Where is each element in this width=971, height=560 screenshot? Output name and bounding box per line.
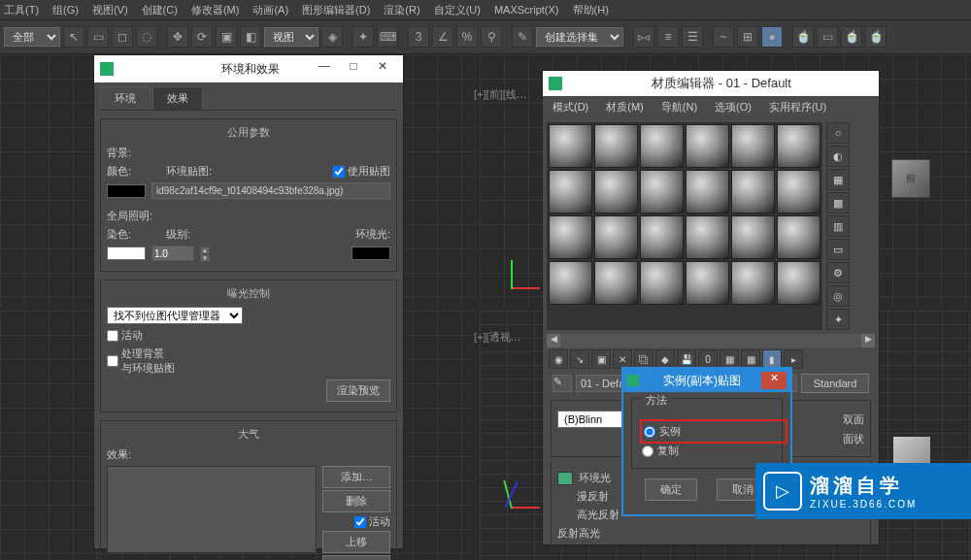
add-effect-button[interactable]: 添加… — [322, 466, 390, 488]
env-titlebar[interactable]: 环境和效果 — □ ✕ — [94, 55, 403, 82]
video-check-icon[interactable]: ▥ — [826, 215, 850, 237]
menu-help[interactable]: 帮助(H) — [573, 3, 609, 17]
schematic-icon[interactable]: ⊞ — [737, 26, 758, 48]
tab-environment[interactable]: 环境 — [100, 86, 151, 110]
slots-hscroll[interactable]: ◀▶ — [547, 334, 875, 347]
exposure-active-checkbox[interactable]: 活动 — [107, 328, 143, 343]
layers-icon[interactable]: ☰ — [682, 26, 703, 48]
copy-radio[interactable]: 复制 — [642, 444, 772, 458]
viewport-label-perspective[interactable]: [+][透视… — [474, 330, 521, 345]
material-slot[interactable] — [731, 124, 775, 168]
material-slot[interactable] — [640, 261, 684, 305]
selection-filter-select[interactable]: 全部 — [4, 27, 60, 47]
ref-coord-icon[interactable]: ◧ — [240, 26, 261, 48]
named-set-select[interactable]: 创建选择集 — [536, 27, 623, 47]
move-down-button[interactable]: 下移 — [322, 555, 390, 560]
mat-menu-nav[interactable]: 导航(N) — [661, 100, 697, 115]
material-slot[interactable] — [594, 215, 638, 259]
material-slot[interactable] — [549, 124, 592, 168]
envmap-button[interactable]: id98c2af14cf9e_t01408494c93bfe328a.jpg) — [151, 182, 390, 199]
tab-effects[interactable]: 效果 — [152, 86, 203, 110]
mat-map-nav-icon[interactable]: ✦ — [826, 309, 850, 330]
go-parent-icon[interactable]: ▮ — [762, 349, 782, 369]
mirror-icon[interactable]: ▹◃ — [633, 26, 654, 48]
menu-maxscript[interactable]: MAXScript(X) — [494, 4, 559, 16]
close-button[interactable]: ✕ — [761, 372, 787, 389]
rotate-icon[interactable]: ⟳ — [191, 26, 213, 48]
get-material-icon[interactable]: ◉ — [549, 349, 568, 369]
faceted-checkbox[interactable]: 面状 — [843, 432, 864, 446]
align-icon[interactable]: ≡ — [657, 26, 679, 48]
put-library-icon[interactable]: 💾 — [677, 349, 696, 369]
render-preview-button[interactable]: 渲染预览 — [326, 379, 390, 402]
render-icon[interactable]: 🍵 — [841, 26, 862, 48]
background-color-swatch[interactable] — [107, 184, 146, 198]
two-sided-checkbox[interactable]: 双面 — [843, 412, 864, 427]
quick-render-icon[interactable]: 🍵 — [865, 26, 887, 48]
scroll-left-icon[interactable]: ◀ — [547, 334, 560, 347]
menu-graph[interactable]: 图形编辑器(D) — [302, 3, 370, 17]
uv-tile-icon[interactable]: ▩ — [826, 192, 850, 214]
scroll-right-icon[interactable]: ▶ — [861, 334, 875, 347]
menu-view[interactable]: 视图(V) — [92, 3, 128, 17]
pivot-icon[interactable]: ◈ — [321, 26, 343, 48]
level-spinner[interactable] — [151, 246, 194, 261]
process-bg-checkbox[interactable]: 处理背景 与环境贴图 — [107, 346, 175, 376]
angle-snap-icon[interactable]: ∠ — [432, 26, 453, 48]
material-slot[interactable] — [594, 261, 638, 305]
material-slot[interactable] — [731, 215, 775, 259]
sample-type-icon[interactable]: ○ — [826, 122, 850, 144]
lock-ambient-icon[interactable] — [557, 472, 573, 485]
menu-create[interactable]: 创建(C) — [142, 3, 178, 17]
menu-render[interactable]: 渲染(R) — [384, 3, 419, 17]
curve-editor-icon[interactable]: ~ — [713, 26, 734, 48]
options-icon[interactable]: ⚙ — [826, 262, 850, 283]
material-slot[interactable] — [549, 170, 592, 214]
background-icon[interactable]: ▦ — [826, 169, 850, 190]
reset-icon[interactable]: ✕ — [613, 349, 632, 369]
named-set-edit-icon[interactable]: ✎ — [512, 26, 533, 48]
mat-id-icon[interactable]: 0 — [698, 349, 718, 369]
mat-menu-options[interactable]: 选项(O) — [715, 100, 752, 115]
material-slot[interactable] — [731, 170, 775, 214]
percent-snap-icon[interactable]: % — [456, 26, 478, 48]
material-slot[interactable] — [686, 170, 729, 214]
menu-animation[interactable]: 动画(A) — [252, 3, 288, 17]
pick-material-icon[interactable]: ✎ — [552, 375, 572, 392]
select-object-icon[interactable]: ↖ — [63, 26, 84, 48]
material-slot[interactable] — [777, 215, 820, 259]
snap-toggle-icon[interactable]: 3 — [408, 26, 429, 48]
ambient-color-swatch[interactable] — [352, 247, 390, 260]
menu-modifiers[interactable]: 修改器(M) — [191, 3, 240, 17]
maximize-button[interactable]: □ — [339, 59, 368, 79]
use-map-checkbox[interactable]: 使用贴图 — [333, 164, 390, 179]
mat-menu-util[interactable]: 实用程序(U) — [769, 100, 826, 115]
ok-button[interactable]: 确定 — [645, 478, 697, 501]
material-slot[interactable] — [640, 170, 684, 214]
manipulate-icon[interactable]: ✦ — [352, 26, 374, 48]
put-to-scene-icon[interactable]: ↘ — [570, 349, 589, 369]
show-map-icon[interactable]: ▦ — [720, 349, 739, 369]
select-name-icon[interactable]: ▭ — [87, 26, 109, 48]
spinner-down-icon[interactable]: ▼ — [200, 254, 210, 262]
material-slot[interactable] — [777, 261, 820, 305]
move-up-button[interactable]: 上移 — [322, 531, 390, 553]
delete-effect-button[interactable]: 删除 — [322, 490, 390, 512]
spinner-snap-icon[interactable]: ⚲ — [481, 26, 502, 48]
make-unique-icon[interactable]: ◆ — [655, 349, 675, 369]
material-editor-icon[interactable]: ● — [761, 26, 783, 48]
material-slot[interactable] — [686, 215, 729, 259]
assign-icon[interactable]: ▣ — [591, 349, 611, 369]
menu-tools[interactable]: 工具(T) — [4, 3, 39, 17]
material-slot[interactable] — [640, 215, 684, 259]
material-slot[interactable] — [640, 124, 684, 168]
ref-coord-select[interactable]: 视图 — [264, 27, 318, 47]
material-slot[interactable] — [686, 261, 729, 305]
render-frame-icon[interactable]: ▭ — [817, 26, 838, 48]
menu-customize[interactable]: 自定义(U) — [434, 3, 481, 17]
minimize-button[interactable]: — — [310, 59, 339, 79]
select-by-mat-icon[interactable]: ◎ — [826, 285, 850, 307]
instance-radio[interactable]: 实例 — [644, 424, 770, 439]
mat-titlebar[interactable]: 材质编辑器 - 01 - Default — [543, 71, 879, 96]
close-button[interactable]: ✕ — [368, 59, 397, 79]
